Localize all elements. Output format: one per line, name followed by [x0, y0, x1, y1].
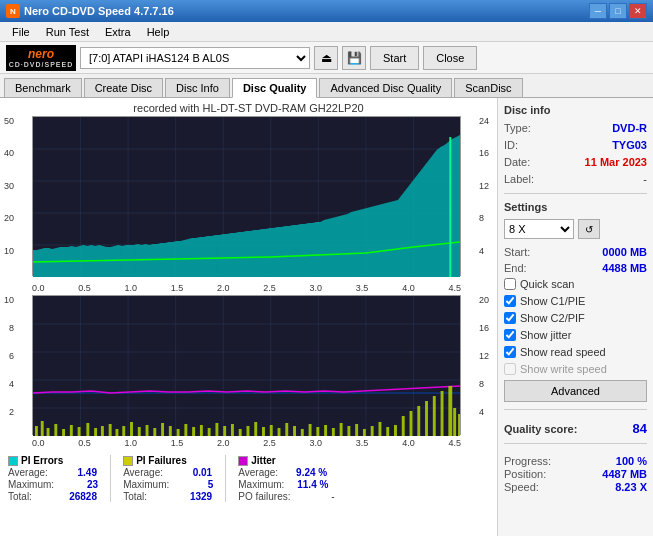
pi-errors-avg-label: Average: [8, 467, 53, 478]
bottom-chart-y-right: 20161284 [479, 295, 489, 435]
disc-date-row: Date: 11 Mar 2023 [504, 156, 647, 168]
show-read-speed-row: Show read speed [504, 346, 647, 358]
svg-rect-84 [448, 386, 452, 436]
svg-rect-35 [70, 425, 73, 436]
jitter-po-label: PO failures: [238, 491, 290, 502]
top-chart [32, 116, 461, 276]
svg-rect-46 [153, 428, 156, 436]
show-read-speed-label: Show read speed [520, 346, 606, 358]
start-button[interactable]: Start [370, 46, 419, 70]
progress-val: 100 % [616, 455, 647, 467]
bottom-x-axis: 0.00.51.01.52.02.53.03.54.04.5 [32, 438, 461, 448]
show-c2pif-checkbox[interactable] [504, 312, 516, 324]
tab-benchmark[interactable]: Benchmark [4, 78, 82, 97]
chart-title: recorded with HL-DT-ST DVD-RAM GH22LP20 [4, 102, 493, 114]
top-chart-y-left: 5040302010 [4, 116, 14, 278]
tab-disc-info[interactable]: Disc Info [165, 78, 230, 97]
jitter-avg-label: Average: [238, 467, 283, 478]
svg-rect-74 [371, 426, 374, 436]
stats-bar: PI Errors Average: 1.49 Maximum: 23 Tota… [8, 455, 493, 502]
advanced-button[interactable]: Advanced [504, 380, 647, 402]
jitter-po-val: - [295, 491, 335, 502]
speed-refresh-button[interactable]: ↺ [578, 219, 600, 239]
tab-disc-quality[interactable]: Disc Quality [232, 78, 318, 98]
side-panel: Disc info Type: DVD-R ID: TYG03 Date: 11… [498, 98, 653, 536]
svg-rect-76 [386, 427, 389, 436]
disc-type-val: DVD-R [612, 122, 647, 134]
svg-rect-34 [62, 429, 65, 436]
svg-rect-36 [78, 427, 81, 436]
position-row: Position: 4487 MB [504, 468, 647, 480]
main-content: recorded with HL-DT-ST DVD-RAM GH22LP20 … [0, 98, 653, 536]
pi-errors-total-label: Total: [8, 491, 53, 502]
svg-rect-86 [458, 414, 460, 436]
show-write-speed-checkbox[interactable] [504, 363, 516, 375]
tab-advanced-disc-quality[interactable]: Advanced Disc Quality [319, 78, 452, 97]
disc-label-row: Label: - [504, 173, 647, 185]
menu-help[interactable]: Help [139, 24, 178, 40]
tab-bar: Benchmark Create Disc Disc Info Disc Qua… [0, 74, 653, 98]
progress-label: Progress: [504, 455, 551, 467]
chart-area: recorded with HL-DT-ST DVD-RAM GH22LP20 … [0, 98, 498, 536]
svg-rect-81 [425, 401, 428, 436]
separator1 [504, 193, 647, 194]
speed-val: 8.23 X [615, 481, 647, 493]
svg-rect-61 [270, 425, 273, 436]
speed-select[interactable]: 8 X [504, 219, 574, 239]
quick-scan-checkbox[interactable] [504, 278, 516, 290]
save-button[interactable]: 💾 [342, 46, 366, 70]
start-label: Start: [504, 246, 530, 258]
speed-label: Speed: [504, 481, 539, 493]
show-c2pif-label: Show C2/PIF [520, 312, 585, 324]
disc-label-key: Label: [504, 173, 534, 185]
eject-button[interactable]: ⏏ [314, 46, 338, 70]
app-logo: nero CD·DVD/SPEED [6, 45, 76, 71]
close-window-button[interactable]: ✕ [629, 3, 647, 19]
disc-date-val: 11 Mar 2023 [585, 156, 647, 168]
svg-rect-50 [184, 424, 187, 436]
pi-errors-total-val: 26828 [57, 491, 97, 502]
jitter-max-label: Maximum: [238, 479, 284, 490]
svg-rect-56 [231, 424, 234, 436]
menu-file[interactable]: File [4, 24, 38, 40]
svg-rect-31 [41, 421, 44, 436]
disc-id-row: ID: TYG03 [504, 139, 647, 151]
app-icon: N [6, 4, 20, 18]
svg-rect-47 [161, 423, 164, 436]
show-read-speed-checkbox[interactable] [504, 346, 516, 358]
pi-errors-max-val: 23 [58, 479, 98, 490]
show-jitter-label: Show jitter [520, 329, 571, 341]
toolbar: nero CD·DVD/SPEED [7:0] ATAPI iHAS124 B … [0, 42, 653, 74]
svg-rect-33 [54, 424, 57, 436]
tab-create-disc[interactable]: Create Disc [84, 78, 163, 97]
svg-rect-49 [177, 429, 180, 436]
bottom-chart-y-left: 108642 [4, 295, 14, 435]
svg-rect-73 [363, 429, 366, 436]
separator3 [504, 443, 647, 444]
pi-failures-max-val: 5 [173, 479, 213, 490]
maximize-button[interactable]: □ [609, 3, 627, 19]
tab-scandisc[interactable]: ScanDisc [454, 78, 522, 97]
pi-errors-avg-val: 1.49 [57, 467, 97, 478]
svg-rect-52 [200, 425, 203, 436]
drive-select[interactable]: [7:0] ATAPI iHAS124 B AL0S [80, 47, 310, 69]
svg-rect-82 [433, 396, 436, 436]
svg-rect-69 [332, 428, 335, 436]
disc-id-val: TYG03 [612, 139, 647, 151]
show-c1pie-checkbox[interactable] [504, 295, 516, 307]
svg-rect-83 [441, 391, 444, 436]
show-jitter-checkbox[interactable] [504, 329, 516, 341]
show-write-speed-row: Show write speed [504, 363, 647, 375]
svg-rect-40 [109, 424, 112, 436]
menu-run-test[interactable]: Run Test [38, 24, 97, 40]
pi-errors-label: PI Errors [21, 455, 63, 466]
minimize-button[interactable]: ─ [589, 3, 607, 19]
pi-failures-avg-val: 0.01 [172, 467, 212, 478]
svg-rect-45 [146, 425, 149, 436]
svg-rect-37 [86, 423, 89, 436]
progress-section: Progress: 100 % Position: 4487 MB Speed:… [504, 455, 647, 494]
svg-rect-60 [262, 427, 265, 436]
toolbar-close-button[interactable]: Close [423, 46, 477, 70]
menu-extra[interactable]: Extra [97, 24, 139, 40]
svg-rect-70 [340, 423, 343, 436]
